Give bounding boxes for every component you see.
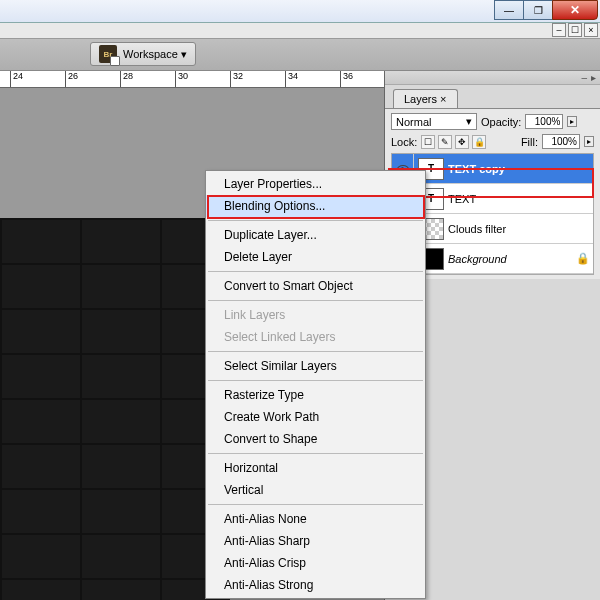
context-menu-item[interactable]: Vertical bbox=[206, 479, 425, 501]
workspace-label: Workspace ▾ bbox=[123, 48, 187, 61]
brick-texture bbox=[0, 218, 230, 600]
panel-menu-icon[interactable]: ▸ bbox=[591, 72, 596, 83]
lock-buttons: ☐ ✎ ✥ 🔒 bbox=[421, 135, 486, 149]
layers-panel-tab[interactable]: Layers × bbox=[393, 89, 458, 108]
layer-name[interactable]: TEXT copy bbox=[448, 163, 593, 175]
lock-icon: 🔒 bbox=[573, 252, 593, 265]
context-menu-item[interactable]: Delete Layer bbox=[206, 246, 425, 268]
opacity-input[interactable]: 100% bbox=[525, 114, 563, 129]
opacity-flyout-icon[interactable]: ▸ bbox=[567, 116, 577, 127]
lock-all-icon[interactable]: 🔒 bbox=[472, 135, 486, 149]
lock-label: Lock: bbox=[391, 136, 417, 148]
context-menu-item[interactable]: Anti-Alias None bbox=[206, 508, 425, 530]
panel-collapse-strip[interactable]: – ▸ bbox=[385, 71, 600, 85]
lock-transparent-icon[interactable]: ☐ bbox=[421, 135, 435, 149]
context-menu-item[interactable]: Rasterize Type bbox=[206, 384, 425, 406]
panel-minimize-icon[interactable]: – bbox=[581, 72, 587, 83]
workspace-switcher[interactable]: Br Workspace ▾ bbox=[90, 42, 196, 66]
layer-context-menu: Layer Properties...Blending Options...Du… bbox=[205, 170, 426, 599]
bridge-icon[interactable]: Br bbox=[99, 45, 117, 63]
lock-pixels-icon[interactable]: ✎ bbox=[438, 135, 452, 149]
context-menu-item[interactable]: Anti-Alias Crisp bbox=[206, 552, 425, 574]
context-menu-item[interactable]: Blending Options... bbox=[206, 195, 425, 217]
layer-name[interactable]: Clouds filter bbox=[448, 223, 593, 235]
doc-minimize-button[interactable]: – bbox=[552, 23, 566, 37]
context-menu-item[interactable]: Layer Properties... bbox=[206, 173, 425, 195]
lock-position-icon[interactable]: ✥ bbox=[455, 135, 469, 149]
window-titlebar: — ❐ ✕ bbox=[0, 0, 600, 23]
context-menu-item[interactable]: Convert to Smart Object bbox=[206, 275, 425, 297]
fill-flyout-icon[interactable]: ▸ bbox=[584, 136, 594, 147]
window-close-button[interactable]: ✕ bbox=[552, 0, 598, 20]
context-menu-item[interactable]: Duplicate Layer... bbox=[206, 224, 425, 246]
ruler-tick: 26 bbox=[65, 71, 78, 87]
layer-name[interactable]: Background bbox=[448, 253, 573, 265]
layer-name[interactable]: TEXT bbox=[448, 193, 593, 205]
doc-restore-button[interactable]: ☐ bbox=[568, 23, 582, 37]
document-canvas[interactable] bbox=[0, 218, 230, 600]
fill-label: Fill: bbox=[521, 136, 538, 148]
horizontal-ruler: 24262830323436 bbox=[0, 71, 384, 88]
context-menu-item: Select Linked Layers bbox=[206, 326, 425, 348]
options-bar: Br Workspace ▾ bbox=[0, 39, 600, 71]
context-menu-item[interactable]: Anti-Alias Strong bbox=[206, 574, 425, 596]
fill-input[interactable]: 100% bbox=[542, 134, 580, 149]
context-menu-item: Link Layers bbox=[206, 304, 425, 326]
ruler-tick: 32 bbox=[230, 71, 243, 87]
context-menu-item[interactable]: Create Work Path bbox=[206, 406, 425, 428]
chevron-down-icon: ▾ bbox=[466, 115, 472, 128]
ruler-tick: 36 bbox=[340, 71, 353, 87]
ruler-tick: 24 bbox=[10, 71, 23, 87]
ruler-tick: 34 bbox=[285, 71, 298, 87]
context-menu-item[interactable]: Convert to Shape bbox=[206, 428, 425, 450]
window-minimize-button[interactable]: — bbox=[494, 0, 524, 20]
window-maximize-button[interactable]: ❐ bbox=[523, 0, 553, 20]
blend-mode-select[interactable]: Normal▾ bbox=[391, 113, 477, 130]
context-menu-item[interactable]: Anti-Alias Sharp bbox=[206, 530, 425, 552]
context-menu-item[interactable]: Select Similar Layers bbox=[206, 355, 425, 377]
ruler-tick: 30 bbox=[175, 71, 188, 87]
tab-close-icon[interactable]: × bbox=[440, 93, 446, 105]
opacity-label: Opacity: bbox=[481, 116, 521, 128]
ruler-tick: 28 bbox=[120, 71, 133, 87]
doc-close-button[interactable]: × bbox=[584, 23, 598, 37]
secondary-control-row: – ☐ × bbox=[0, 23, 600, 39]
context-menu-item[interactable]: Horizontal bbox=[206, 457, 425, 479]
